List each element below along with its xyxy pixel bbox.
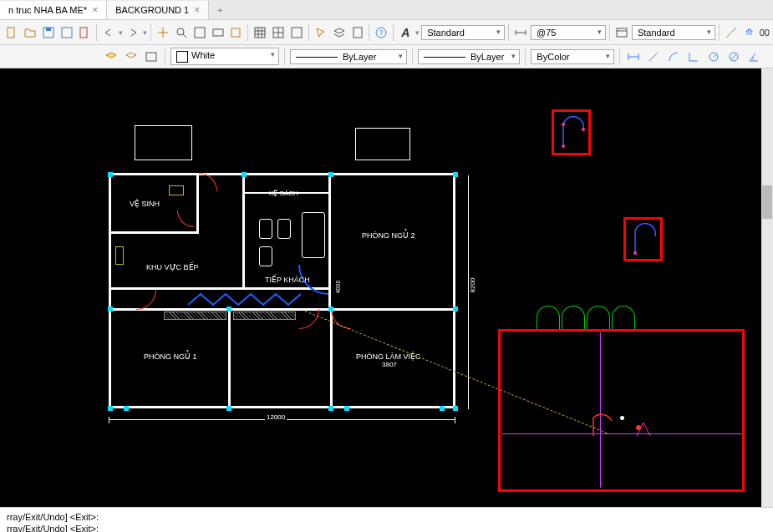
- select-icon[interactable]: [313, 24, 329, 41]
- help-icon[interactable]: ?: [373, 24, 389, 41]
- table-icon[interactable]: [252, 24, 268, 41]
- document-tabs: n truc NHA BA ME* × BACKGROUND 1 × +: [0, 0, 773, 20]
- grip-handle[interactable]: [453, 307, 458, 312]
- zoom-extents-icon[interactable]: [210, 24, 226, 41]
- zoom-icon[interactable]: [173, 24, 190, 41]
- open-icon[interactable]: [22, 24, 38, 41]
- green-arc: [562, 306, 585, 329]
- pan-icon[interactable]: [155, 24, 171, 41]
- svg-rect-10: [255, 28, 265, 38]
- detail-marker: [635, 419, 660, 442]
- dim-diameter-icon[interactable]: [725, 48, 742, 65]
- rect-object[interactable]: [355, 128, 410, 160]
- svg-point-5: [177, 28, 184, 35]
- color-name: White: [191, 50, 215, 60]
- grip-handle[interactable]: [124, 406, 129, 411]
- coord-readout: 00: [760, 28, 770, 38]
- dim-linear-icon[interactable]: [625, 48, 642, 65]
- command-line[interactable]: rray/Exit/Undo] <Exit>: rray/Exit/Undo] …: [0, 507, 773, 532]
- furniture: [302, 212, 325, 258]
- saveas-icon[interactable]: [58, 24, 75, 41]
- svg-point-40: [582, 128, 585, 131]
- plot-style-dropdown[interactable]: ByColor: [531, 49, 614, 64]
- layer-manager-icon[interactable]: [143, 48, 160, 65]
- svg-line-35: [714, 53, 717, 57]
- dim-aligned-icon[interactable]: [645, 48, 662, 65]
- dim-style-dropdown[interactable]: Standard: [632, 25, 715, 40]
- svg-rect-3: [62, 28, 72, 38]
- grip-handle[interactable]: [453, 172, 458, 177]
- tab-file-2[interactable]: BACKGROUND 1 ×: [107, 1, 209, 19]
- props-icon[interactable]: [288, 24, 305, 41]
- grip-handle[interactable]: [226, 406, 231, 411]
- layers-icon[interactable]: [331, 24, 348, 41]
- dim-angular-icon[interactable]: [745, 48, 762, 65]
- annotation-scale-icon[interactable]: ⟰: [741, 24, 758, 41]
- new-icon[interactable]: [3, 24, 20, 41]
- dim-scale-dropdown[interactable]: @75: [531, 25, 606, 40]
- dim-arc-icon[interactable]: [665, 48, 682, 65]
- color-dropdown[interactable]: White: [170, 48, 279, 64]
- grip-handle[interactable]: [226, 307, 231, 312]
- tab-file-1[interactable]: n truc NHA BA ME* ×: [0, 1, 107, 19]
- table2-icon[interactable]: [613, 24, 630, 41]
- text-style-dropdown[interactable]: Standard: [421, 25, 505, 40]
- dim-ordinate-icon[interactable]: [685, 48, 702, 65]
- dim-icon[interactable]: [512, 24, 529, 41]
- grip-handle[interactable]: [344, 406, 349, 411]
- floor-plan-outline[interactable]: [109, 173, 455, 408]
- dimension-text: 4000: [335, 279, 341, 296]
- dimension-text: 3807: [380, 361, 399, 368]
- calc-icon[interactable]: [349, 24, 366, 41]
- lineweight-name: ByLayer: [470, 52, 504, 62]
- close-icon[interactable]: ×: [194, 4, 200, 16]
- save-icon[interactable]: [40, 24, 57, 41]
- green-arc: [537, 306, 560, 329]
- grip-handle[interactable]: [453, 406, 458, 411]
- furniture: [277, 219, 291, 239]
- vertical-scrollbar[interactable]: [761, 68, 773, 507]
- arc-object: [560, 114, 587, 149]
- regen-icon[interactable]: [227, 24, 244, 41]
- grip-handle[interactable]: [328, 406, 333, 411]
- annotation-icon[interactable]: A: [397, 24, 414, 41]
- detail-arc: [587, 409, 628, 440]
- redo-icon[interactable]: [125, 24, 141, 41]
- green-arc: [587, 306, 610, 329]
- rect-object[interactable]: [135, 125, 192, 160]
- linetype-dropdown[interactable]: ByLayer: [290, 49, 407, 64]
- tab-add-button[interactable]: +: [209, 2, 231, 18]
- room-label: KHU VỰC BẾP: [146, 263, 199, 271]
- grip-handle[interactable]: [440, 406, 445, 411]
- cmd-history-line: rray/Exit/Undo] <Exit>:: [7, 523, 766, 532]
- grip-handle[interactable]: [328, 172, 333, 177]
- hatch-pattern: [233, 312, 296, 320]
- cmd-history-line: rray/Exit/Undo] <Exit>:: [7, 511, 766, 523]
- svg-point-38: [562, 144, 565, 148]
- dimension-text: 12000: [265, 413, 287, 421]
- svg-rect-25: [617, 28, 627, 37]
- zoom-window-icon[interactable]: [191, 24, 208, 41]
- dim-radius-icon[interactable]: [705, 48, 722, 65]
- svg-point-39: [562, 123, 565, 126]
- svg-line-37: [730, 53, 737, 60]
- undo-icon[interactable]: [100, 24, 117, 41]
- lineweight-dropdown[interactable]: ByLayer: [418, 49, 520, 64]
- grip-handle[interactable]: [242, 172, 247, 177]
- measure-icon[interactable]: [723, 24, 740, 41]
- grip-handle[interactable]: [108, 406, 113, 411]
- svg-point-41: [633, 251, 637, 255]
- grip-handle[interactable]: [108, 307, 113, 312]
- kitchen-fixture: [169, 185, 184, 195]
- layer-icon[interactable]: [103, 48, 120, 65]
- drawing-canvas[interactable]: VỆ SINH KỆ SÁCH PHÒNG NGỦ 2 KHU VỰC BẾP …: [0, 68, 773, 507]
- svg-rect-18: [292, 28, 302, 38]
- export-icon[interactable]: [76, 24, 93, 41]
- grip-handle[interactable]: [108, 172, 113, 177]
- room-label: VỆ SINH: [130, 200, 160, 208]
- layer-state-icon[interactable]: [123, 48, 140, 65]
- close-icon[interactable]: ×: [92, 4, 98, 16]
- arc-object: [632, 221, 659, 256]
- grid-icon[interactable]: [270, 24, 287, 41]
- grip-handle[interactable]: [328, 307, 333, 312]
